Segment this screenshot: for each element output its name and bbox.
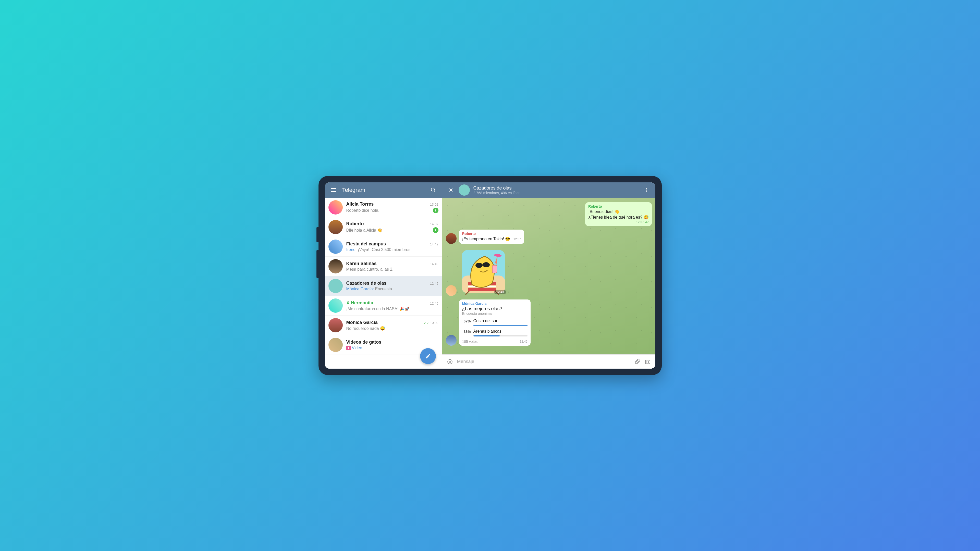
message-outgoing[interactable]: Roberto ¡Buenos días! 👋¿Tienes idea de q… <box>446 202 652 226</box>
poll-percent: 33% <box>462 329 471 333</box>
chat-preview: Mesa para cuatro, a las 2. <box>346 267 438 272</box>
message-text: ¡Es temprano en Tokio! 😎 12:37 <box>462 237 521 241</box>
chat-item-roberto[interactable]: Roberto14:59 Dile hola a Alicia 👋1 <box>325 218 442 237</box>
poll-subtitle: Encuesta anónima <box>462 311 528 316</box>
menu-icon[interactable] <box>328 185 339 195</box>
conversation-title: Cazadores de olas <box>473 186 641 191</box>
camera-icon[interactable] <box>643 357 653 367</box>
poll-question: ¿Las mejores olas? <box>462 306 528 311</box>
chat-name: Karen Salinas <box>346 261 377 266</box>
chat-name: Fiesta del campus <box>346 241 386 247</box>
chat-time: ✓✓ 10:00 <box>424 321 438 325</box>
message-sticker[interactable]: 12:43 <box>446 248 652 296</box>
poll-option[interactable]: 67% Costa del sur <box>462 319 528 326</box>
conversation-header: Cazadores de olas 2.768 miembros, 496 en… <box>442 183 655 198</box>
chat-preview: ¡Me contrataron en la NASA! 🎉🚀 <box>346 306 438 311</box>
chat-name: Roberto <box>346 221 364 227</box>
svg-point-0 <box>431 188 434 191</box>
svg-rect-2 <box>347 303 349 304</box>
message-text: ¡Buenos días! 👋¿Tienes idea de qué hora … <box>588 209 649 220</box>
svg-point-13 <box>476 263 483 268</box>
avatar <box>328 200 343 214</box>
message-avatar[interactable] <box>446 335 457 346</box>
chat-time: 13:02 <box>430 203 438 206</box>
chat-preview: Roberto dice hola. <box>346 208 433 213</box>
chat-item-hermanita[interactable]: Hermanita12:45 ¡Me contrataron en la NAS… <box>325 296 442 316</box>
chat-name: Cazadores de olas <box>346 281 387 286</box>
message-sender: Mónica García <box>462 302 528 306</box>
sticker-banana-beach-icon <box>459 248 508 296</box>
chat-name: Mónica García <box>346 320 378 325</box>
message-incoming[interactable]: Roberto ¡Es temprano en Tokio! 😎 12:37 <box>446 230 652 244</box>
close-icon[interactable] <box>446 185 456 195</box>
message-avatar[interactable] <box>446 285 457 296</box>
sidebar: Telegram Alicia Torres13:02 Roberto dice… <box>325 183 442 368</box>
chat-name: Hermanita <box>346 300 373 306</box>
message-input[interactable] <box>455 359 632 364</box>
unread-badge: 2 <box>433 208 438 213</box>
poll-votes: 185 votos <box>462 340 478 344</box>
svg-rect-16 <box>492 265 497 273</box>
avatar <box>328 299 343 313</box>
compose-fab[interactable] <box>420 348 436 364</box>
chat-item-fiesta[interactable]: Fiesta del campus14:42 Irene: ¡Vaya! ¡Ca… <box>325 237 442 257</box>
svg-rect-10 <box>468 288 496 291</box>
message-avatar[interactable] <box>446 233 457 244</box>
search-icon[interactable] <box>428 185 438 195</box>
avatar <box>328 338 343 352</box>
chat-name: Alicia Torres <box>346 202 374 207</box>
app-title: Telegram <box>342 187 428 193</box>
svg-point-22 <box>647 361 649 363</box>
poll-bar <box>473 325 528 326</box>
chat-time: 12:45 <box>430 302 438 305</box>
conversation-info[interactable]: Cazadores de olas 2.768 miembros, 496 en… <box>473 186 641 195</box>
sidebar-header: Telegram <box>325 183 442 198</box>
read-ticks-icon <box>645 221 649 224</box>
svg-rect-21 <box>646 360 650 364</box>
message-time: 12:37 <box>514 238 521 241</box>
chat-preview: Dile hola a Alicia 👋 <box>346 228 433 233</box>
svg-point-20 <box>450 361 451 362</box>
chat-item-cazadores[interactable]: Cazadores de olas12:45 Mónica García: En… <box>325 276 442 296</box>
message-sender: Roberto <box>588 204 649 208</box>
chat-time: 14:59 <box>430 222 438 226</box>
message-input-bar <box>442 354 655 368</box>
poll-percent: 67% <box>462 319 471 323</box>
chat-preview: No recuerdo nada 😅 <box>346 326 438 331</box>
chat-list[interactable]: Alicia Torres13:02 Roberto dice hola.2 R… <box>325 198 442 368</box>
unread-badge: 1 <box>433 227 438 233</box>
message-time: 12:45 <box>520 340 527 343</box>
chat-name: Videos de gatos <box>346 340 382 345</box>
svg-point-14 <box>483 262 490 267</box>
message-poll[interactable]: Mónica García ¿Las mejores olas? Encuest… <box>446 300 652 346</box>
messages-area[interactable]: Roberto ¡Buenos días! 👋¿Tienes idea de q… <box>442 198 655 354</box>
conversation-panel: Cazadores de olas 2.768 miembros, 496 en… <box>442 183 655 368</box>
chat-item-monica[interactable]: Mónica García✓✓ 10:00 No recuerdo nada 😅 <box>325 316 442 335</box>
svg-line-1 <box>434 191 435 192</box>
chat-preview: Irene: ¡Vaya! ¡Casi 2.500 miembros! <box>346 248 438 252</box>
svg-point-18 <box>448 359 452 364</box>
avatar <box>328 259 343 273</box>
avatar <box>328 279 343 293</box>
lock-icon <box>346 301 350 305</box>
chat-item-alicia[interactable]: Alicia Torres13:02 Roberto dice hola.2 <box>325 198 442 218</box>
avatar <box>328 240 343 254</box>
message-time: 12:37 <box>636 221 644 224</box>
chat-item-karen[interactable]: Karen Salinas14:40 Mesa para cuatro, a l… <box>325 257 442 276</box>
poll-bar <box>473 335 528 337</box>
message-sender: Roberto <box>462 232 521 236</box>
emoji-icon[interactable] <box>445 357 455 367</box>
poll-option-label: Arenas blancas <box>473 329 528 333</box>
more-icon[interactable] <box>641 185 652 195</box>
conversation-avatar[interactable] <box>458 184 470 196</box>
chat-time: 14:42 <box>430 242 438 246</box>
poll-option[interactable]: 33% Arenas blancas <box>462 329 528 337</box>
conversation-subtitle: 2.768 miembros, 496 en línea <box>473 191 641 195</box>
avatar <box>328 220 343 234</box>
attach-icon[interactable] <box>632 357 643 367</box>
svg-point-19 <box>449 361 449 362</box>
video-icon <box>346 346 351 350</box>
avatar <box>328 318 343 332</box>
chat-time: 14:40 <box>430 262 438 266</box>
poll-option-label: Costa del sur <box>473 319 528 323</box>
